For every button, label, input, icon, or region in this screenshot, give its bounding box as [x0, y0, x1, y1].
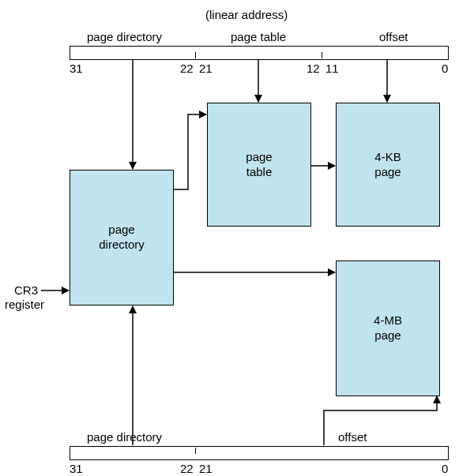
arrows-layer: [0, 0, 474, 476]
arrow-pde-to-pt: [174, 114, 206, 189]
arrow-bottom-offset-to-4mb: [324, 396, 437, 445]
paging-diagram: (linear address) page directory page tab…: [0, 0, 474, 476]
